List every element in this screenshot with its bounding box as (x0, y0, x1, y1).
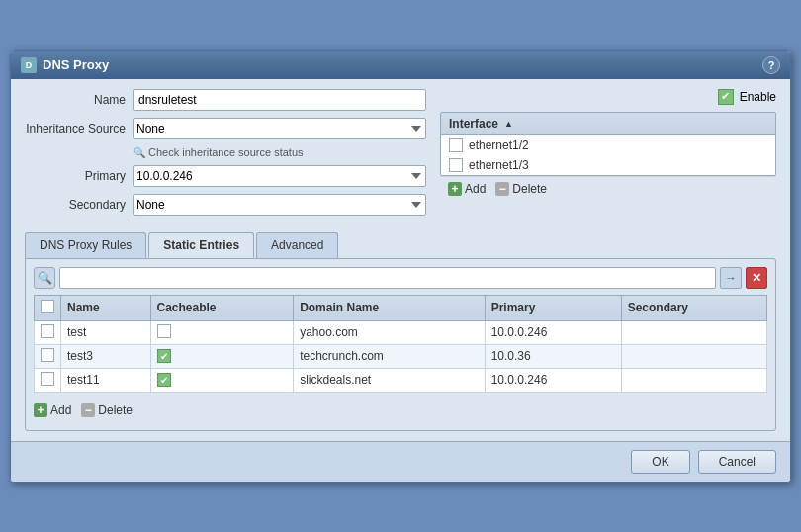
col-checkbox (35, 295, 61, 320)
row-domain-3: slickdeals.net (294, 368, 486, 392)
tab-advanced[interactable]: Advanced (256, 232, 338, 258)
col-primary[interactable]: Primary (485, 295, 621, 320)
inheritance-select-wrapper: None (134, 118, 426, 139)
enable-label: Enable (740, 90, 776, 104)
row-check-2[interactable] (35, 344, 61, 368)
interface-add-label: Add (465, 182, 486, 196)
row-primary-1: 10.0.0.246 (485, 320, 621, 344)
table-delete-label: Delete (98, 403, 133, 417)
help-icon[interactable]: ? (762, 56, 780, 74)
row-primary-2: 10.0.36 (485, 344, 621, 368)
tab-content: 🔍 → ✕ Name Cacheable Domain Name Primary (25, 258, 776, 431)
interface-delete-icon: − (495, 182, 509, 196)
ok-button[interactable]: OK (631, 450, 689, 474)
table-add-icon: + (34, 403, 47, 417)
primary-label: Primary (25, 169, 134, 183)
col-secondary[interactable]: Secondary (621, 295, 766, 320)
inheritance-row: Inheritance Source None (25, 118, 426, 139)
col-name[interactable]: Name (61, 295, 151, 320)
row-primary-3: 10.0.0.246 (485, 368, 621, 392)
table-add-label: Add (50, 403, 71, 417)
secondary-select[interactable]: None (134, 194, 426, 216)
interface-check-1[interactable] (449, 138, 463, 152)
row-cacheable-1 (150, 320, 294, 344)
interface-actions: + Add − Delete (440, 176, 776, 201)
secondary-row: Secondary None (25, 194, 426, 216)
interface-eth1: ethernet1/2 (469, 138, 529, 152)
interface-header-label: Interface (449, 117, 498, 131)
row-secondary-3 (621, 368, 766, 392)
table-actions: + Add − Delete (34, 399, 767, 422)
table-row[interactable]: test3 ✔ techcrunch.com 10.0.36 (35, 344, 767, 368)
row-cacheable-3: ✔ (150, 368, 294, 392)
inheritance-label: Inheritance Source (25, 122, 134, 135)
row-domain-1: yahoo.com (294, 320, 486, 344)
interface-sort-icon: ▲ (504, 119, 513, 129)
interface-header: Interface ▲ (441, 113, 775, 135)
name-label: Name (25, 93, 134, 107)
interface-row-1[interactable]: ethernet1/2 (441, 135, 775, 155)
table-row[interactable]: test yahoo.com 10.0.0.246 (35, 320, 767, 344)
col-cacheable[interactable]: Cacheable (150, 295, 294, 320)
interface-add-button[interactable]: + Add (448, 182, 486, 196)
tab-static-entries[interactable]: Static Entries (148, 232, 254, 258)
entries-table: Name Cacheable Domain Name Primary Secon… (34, 295, 767, 393)
interface-delete-label: Delete (512, 182, 547, 196)
secondary-label: Secondary (25, 198, 134, 212)
form-section: Name Inheritance Source None Check inher… (25, 89, 776, 222)
tabs-bar: DNS Proxy Rules Static Entries Advanced (25, 232, 776, 258)
row-secondary-2 (621, 344, 766, 368)
table-add-button[interactable]: + Add (34, 403, 71, 417)
search-bar: 🔍 → ✕ (34, 267, 767, 289)
tabs-container: DNS Proxy Rules Static Entries Advanced … (25, 232, 776, 431)
table-row[interactable]: test11 ✔ slickdeals.net 10.0.0.246 (35, 368, 767, 392)
check-row: Check inheritance source status (25, 146, 426, 158)
interface-add-icon: + (448, 182, 462, 196)
primary-select[interactable]: 10.0.0.246 (134, 165, 426, 187)
row-name-3: test11 (61, 368, 151, 392)
interface-delete-button[interactable]: − Delete (495, 182, 547, 196)
dialog-title-group: D DNS Proxy (21, 57, 109, 73)
row-cacheable-2: ✔ (150, 344, 294, 368)
cancel-button[interactable]: Cancel (698, 450, 776, 474)
dialog-title: DNS Proxy (43, 57, 109, 72)
row-check-3[interactable] (35, 368, 61, 392)
row-check-1[interactable] (35, 320, 61, 344)
interface-check-2[interactable] (449, 158, 463, 172)
form-left: Name Inheritance Source None Check inher… (25, 89, 426, 222)
row-secondary-1 (621, 320, 766, 344)
row-domain-2: techcrunch.com (294, 344, 486, 368)
check-inheritance-link[interactable]: Check inheritance source status (134, 146, 304, 158)
dns-proxy-dialog: D DNS Proxy ? Name Inheritance Source No… (10, 50, 791, 483)
interface-panel: Interface ▲ ethernet1/2 ethernet1/3 (440, 112, 776, 176)
search-icon: 🔍 (34, 267, 55, 289)
row-name-1: test (61, 320, 151, 344)
search-go-button[interactable]: → (720, 267, 742, 289)
interface-row-2[interactable]: ethernet1/3 (441, 155, 775, 175)
enable-row: ✔ Enable (440, 89, 776, 105)
dialog-titlebar: D DNS Proxy ? (11, 51, 790, 79)
primary-row: Primary 10.0.0.246 (25, 165, 426, 187)
interface-eth2: ethernet1/3 (469, 158, 529, 172)
row-name-2: test3 (61, 344, 151, 368)
search-input[interactable] (59, 267, 716, 289)
enable-checkbox[interactable]: ✔ (718, 89, 734, 105)
primary-select-wrapper: 10.0.0.246 (134, 165, 426, 187)
search-clear-button[interactable]: ✕ (746, 267, 767, 289)
dialog-body: Name Inheritance Source None Check inher… (11, 79, 790, 441)
inheritance-select[interactable]: None (134, 118, 426, 139)
tab-dns-proxy-rules[interactable]: DNS Proxy Rules (25, 232, 146, 258)
dns-icon: D (21, 57, 37, 73)
name-input[interactable] (134, 89, 426, 111)
form-right: ✔ Enable Interface ▲ ethernet1/2 etherne… (440, 89, 776, 222)
name-row: Name (25, 89, 426, 111)
dialog-footer: OK Cancel (11, 441, 790, 482)
table-delete-icon: − (81, 403, 95, 417)
col-domain[interactable]: Domain Name (294, 295, 486, 320)
table-delete-button[interactable]: − Delete (81, 403, 133, 417)
secondary-select-wrapper: None (134, 194, 426, 216)
